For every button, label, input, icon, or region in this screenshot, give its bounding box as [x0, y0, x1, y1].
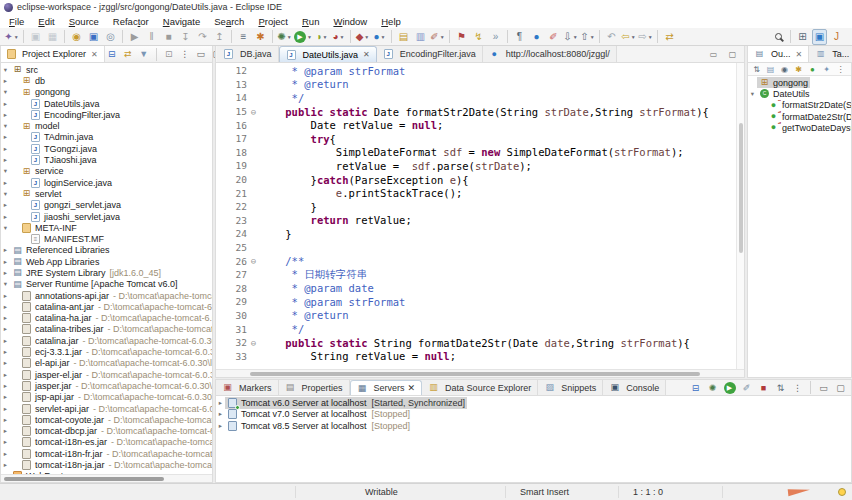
outline-item[interactable]: ●SformatStr2Date(Strin: [748, 100, 851, 111]
import-icon[interactable]: ▤: [396, 29, 411, 45]
bottom-tab-data-source-explorer[interactable]: ▥Data Source Explorer: [422, 380, 538, 395]
dropdown-arrow-icon[interactable]: ▼: [648, 34, 653, 40]
expand-arrow-icon[interactable]: ▸: [1, 314, 10, 322]
tree-item[interactable]: ▸servlet-api.jar- D:\tomcat\apache-tomca…: [1, 403, 212, 414]
tree-item[interactable]: ▸el-api.jar- D:\tomcat\apache-tomcat-6.0…: [1, 358, 212, 369]
task-list-tab[interactable]: ▥ Ta...: [809, 46, 852, 62]
hide-local-types-icon[interactable]: ●: [807, 64, 818, 75]
menu-source[interactable]: Source: [62, 16, 106, 27]
expand-arrow-icon[interactable]: ▸: [1, 450, 10, 458]
tree-item[interactable]: ▸Jjiaoshi_servlet.java: [1, 211, 212, 222]
save-icon[interactable]: ▣: [28, 29, 43, 45]
code-line[interactable]: 20 }catch(ParseException e){: [216, 173, 736, 187]
outline-item[interactable]: ●SformatDate2Str(Date: [748, 111, 851, 122]
code-line[interactable]: 16 Date retValue = null;: [216, 118, 736, 132]
dropdown-arrow-icon[interactable]: ▼: [14, 34, 19, 40]
dropdown-arrow-icon[interactable]: ▼: [287, 34, 292, 40]
code-line[interactable]: 21 e.printStackTrace();: [216, 186, 736, 200]
code-line[interactable]: 25: [216, 241, 736, 255]
code-line[interactable]: 12 * @param strFormat: [216, 64, 736, 78]
collapse-arrow-icon[interactable]: ▾: [1, 66, 10, 74]
menu-edit[interactable]: Edit: [31, 16, 61, 27]
expand-arrow-icon[interactable]: ▸: [1, 111, 10, 119]
terminal-icon[interactable]: ▣: [86, 29, 101, 45]
profile-icon[interactable]: ◑▼: [314, 29, 329, 45]
tree-item[interactable]: ▾⊞servlet: [1, 188, 212, 199]
expand-arrow-icon[interactable]: ▸: [216, 410, 225, 418]
expand-arrow-icon[interactable]: ▸: [1, 337, 10, 345]
minimize-icon[interactable]: ▭: [195, 48, 207, 61]
editor-hscrollbar[interactable]: [216, 369, 744, 377]
code-line[interactable]: 14 */: [216, 91, 736, 105]
external-tools-icon[interactable]: ◆▼: [355, 29, 370, 45]
filter-icon[interactable]: ▼: [138, 48, 150, 61]
code-editor[interactable]: 12 * @param strFormat13 * @return14 */15…: [216, 63, 736, 369]
bottom-tab-servers[interactable]: ▦Servers✕: [350, 380, 423, 395]
server-row[interactable]: ▸Tomcat v8.5 Server at localhost[Stopped…: [216, 420, 851, 432]
link-with-editor-icon[interactable]: ⇄: [122, 48, 134, 61]
hide-fields-icon[interactable]: ▤: [765, 64, 776, 75]
stop-server-icon[interactable]: ■: [757, 381, 770, 394]
server-row[interactable]: ▸Tomcat v6.0 Server at localhost[Started…: [216, 397, 851, 409]
menu-file[interactable]: File: [2, 16, 31, 27]
collapse-arrow-icon[interactable]: ▾: [748, 90, 757, 98]
fold-collapse-icon[interactable]: ⊖: [247, 107, 260, 117]
menu-navigate[interactable]: Navigate: [156, 16, 208, 27]
tree-item[interactable]: ▸JEncodingFilter.java: [1, 109, 212, 120]
project-explorer-tab[interactable]: Project Explorer ✕: [1, 46, 105, 62]
expand-arrow-icon[interactable]: ▸: [1, 325, 10, 333]
code-line[interactable]: 29 * @param strFormat: [216, 295, 736, 309]
expand-arrow-icon[interactable]: ▸: [1, 246, 10, 254]
maximize-icon[interactable]: ▢: [725, 46, 740, 62]
expand-arrow-icon[interactable]: ▸: [1, 100, 10, 108]
code-line[interactable]: 19 retValue = sdf.parse(strDate);: [216, 159, 736, 173]
tree-item[interactable]: ▸catalina-ant.jar- D:\tomcat\apache-tomc…: [1, 301, 212, 312]
code-line[interactable]: 22 }: [216, 200, 736, 214]
code-line[interactable]: 15⊖ public static Date formatStr2Date(St…: [216, 105, 736, 119]
perspective-java-icon[interactable]: J: [829, 29, 844, 45]
expand-arrow-icon[interactable]: ▸: [1, 156, 10, 164]
tree-item[interactable]: ▸jsp-api.jar- D:\tomcat\apache-tomcat-6.…: [1, 392, 212, 403]
menu-window[interactable]: Window: [326, 16, 374, 27]
show-whitespace-icon[interactable]: ¶: [512, 29, 527, 45]
expand-arrow-icon[interactable]: ▸: [1, 427, 10, 435]
tree-item[interactable]: ▸⊞db: [1, 75, 212, 86]
hide-static-icon[interactable]: ◉: [779, 64, 790, 75]
fold-collapse-icon[interactable]: ⊖: [247, 256, 260, 266]
tree-item[interactable]: ▸catalina-ha.jar- D:\tomcat\apache-tomca…: [1, 313, 212, 324]
collapse-arrow-icon[interactable]: ▾: [1, 167, 10, 175]
dropdown-arrow-icon[interactable]: ▼: [440, 34, 445, 40]
notification-icon[interactable]: [838, 488, 846, 496]
bottom-tab-snippets[interactable]: ▨Snippets: [538, 380, 603, 395]
menu-refactor[interactable]: Refactor: [106, 16, 156, 27]
tree-item[interactable]: ▾⊞service: [1, 166, 212, 177]
link-with-editor-icon[interactable]: ✦: [821, 64, 832, 75]
expand-arrow-icon[interactable]: ▸: [1, 201, 10, 209]
tree-item[interactable]: ▸annotations-api.jar- D:\tomcat\apache-t…: [1, 290, 212, 301]
debug-server-icon[interactable]: ✺: [706, 381, 719, 394]
tree-item[interactable]: ▾⊞gongong: [1, 87, 212, 98]
maximize-icon[interactable]: ▢: [834, 381, 847, 394]
tree-item[interactable]: ▾⊞model: [1, 120, 212, 131]
dropdown-arrow-icon[interactable]: ▼: [590, 34, 595, 40]
step-over-icon[interactable]: ↷: [195, 29, 210, 45]
tree-item[interactable]: ▸tomcat-dbcp.jar- D:\tomcat\apache-tomca…: [1, 426, 212, 437]
build-icon[interactable]: ↯: [471, 29, 486, 45]
code-line[interactable]: 28 * @param date: [216, 282, 736, 296]
view-menu-icon[interactable]: ⋮: [835, 64, 846, 75]
minimize-icon[interactable]: ▭: [817, 381, 830, 394]
secure-storage-icon[interactable]: ◉: [69, 29, 84, 45]
dropdown-arrow-icon[interactable]: ▼: [631, 34, 636, 40]
open-web-icon[interactable]: ●: [529, 29, 544, 45]
code-line[interactable]: 18 SimpleDateFormat sdf = new SimpleDate…: [216, 146, 736, 160]
expand-arrow-icon[interactable]: ▸: [1, 359, 10, 367]
dropdown-arrow-icon[interactable]: ▼: [340, 34, 345, 40]
tree-item[interactable]: ▸JTJiaoshi.java: [1, 154, 212, 165]
hscroll-thumb[interactable]: [250, 372, 700, 376]
code-line[interactable]: 26⊖ /**: [216, 254, 736, 268]
last-edit-location-icon[interactable]: ↶: [604, 29, 619, 45]
tree-item[interactable]: ▸JTAdmin.java: [1, 132, 212, 143]
tree-item[interactable]: ▸▤Web App Libraries: [1, 256, 212, 267]
expand-arrow-icon[interactable]: ▸: [1, 371, 10, 379]
editor-tab[interactable]: JEncodingFilter.java: [377, 46, 483, 62]
